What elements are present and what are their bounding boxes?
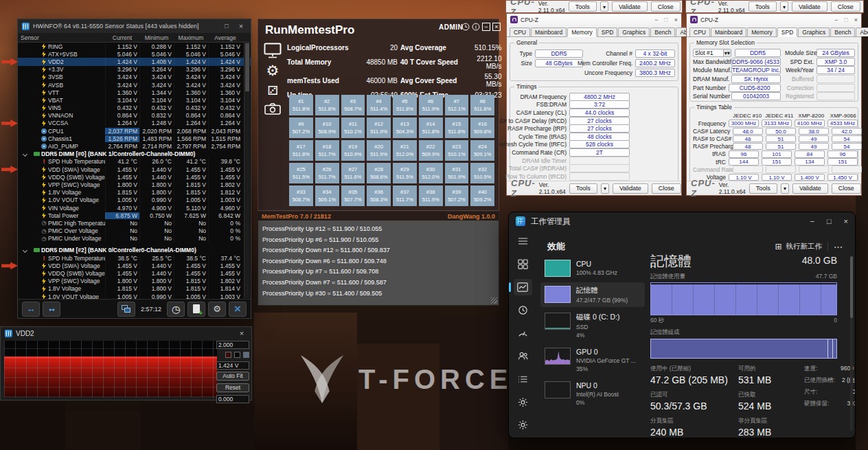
close-button[interactable]: Close <box>832 183 861 194</box>
cpuz-tab[interactable]: Mainboard <box>711 27 746 36</box>
close-button[interactable]: Close <box>651 1 681 12</box>
memtest-instance-tile[interactable]: #35 507.7% <box>341 185 365 206</box>
sidebar-item-app-history[interactable] <box>514 302 532 318</box>
sidebar-item-users[interactable] <box>514 348 532 364</box>
memtest-instance-tile[interactable]: #4 511.4% <box>367 95 391 115</box>
sensor-row[interactable]: 3VSB 3.424 V 3.424 V 3.424 V 3.424 V <box>18 74 251 81</box>
resize-grip[interactable] <box>491 297 497 304</box>
column-current[interactable]: Current <box>105 34 139 41</box>
settings-button[interactable] <box>514 417 532 434</box>
reset-button[interactable]: Reset <box>216 383 249 392</box>
tools-button[interactable]: Tools <box>749 1 777 12</box>
close-button[interactable]: × <box>854 16 858 23</box>
memtest-instance-tile[interactable]: #10 508.9% <box>315 117 339 138</box>
camera-icon[interactable] <box>264 103 281 115</box>
memtest-instance-tile[interactable]: #13 504.3% <box>393 117 417 138</box>
sidebar-item-details[interactable] <box>514 371 532 387</box>
memtest-instance-tile[interactable]: #6 511.9% <box>419 95 443 115</box>
sensor-row[interactable]: VBAT 3.104 V 3.104 V 3.104 V 3.104 V <box>18 96 251 104</box>
monitor-icon[interactable] <box>264 43 282 58</box>
sensor-row[interactable]: VTT 1.360 V 1.344 V 1.360 V 1.360 V <box>18 89 251 96</box>
sensor-row[interactable]: PMIC Under Voltage No No No 0 % <box>18 235 251 243</box>
memtest-instance-tile[interactable]: #18 511.7% <box>315 140 339 161</box>
cpuz-tab[interactable]: Bench <box>830 27 855 36</box>
clock-button[interactable] <box>167 302 185 317</box>
memtest-instance-tile[interactable]: #3 508.7% <box>341 95 365 115</box>
cpuz-tab[interactable]: Graphics <box>798 27 830 36</box>
sensor-row[interactable]: 1.0V VOUT Voltage 1.005 V 0.990 V 1.005 … <box>18 196 251 204</box>
close-sensors-button[interactable] <box>229 302 247 317</box>
color-checkbox[interactable] <box>234 352 240 358</box>
close-button[interactable]: × <box>844 217 848 225</box>
cpuz-tab[interactable]: Memory <box>567 27 597 36</box>
tools-dropdown-button[interactable] <box>780 1 788 12</box>
scale-min-value[interactable]: 0.000 <box>216 395 249 403</box>
memtest-instance-tile[interactable]: #23 510.1% <box>445 140 469 161</box>
column-average[interactable]: Average <box>208 34 242 41</box>
sensor-row[interactable]: VDD2 1.424 V 1.408 V 1.424 V 1.424 V <box>18 58 251 65</box>
sensor-row[interactable]: RING 1.152 V 0.288 V 1.152 V 1.152 V <box>18 43 251 50</box>
memtest-instance-tile[interactable]: #19 510.9% <box>341 140 365 161</box>
memtest-instance-tile[interactable]: #15 511.8% <box>445 117 469 138</box>
menu-button[interactable] <box>514 233 532 249</box>
memtest-instance-tile[interactable]: #12 511.9% <box>367 117 391 138</box>
validate-button[interactable]: Validate <box>613 183 648 194</box>
sensor-row[interactable]: Total Power 6.875 W 0.750 W 7.625 W 6.84… <box>18 212 251 219</box>
cpuz-titlebar[interactable]: CPU-Z − □ × <box>507 14 681 25</box>
memtest-instance-tile[interactable]: #32 510.5% <box>470 163 494 183</box>
sensor-row[interactable]: DDR5 DIMM [#0] (BANK 1/Controller0-Chann… <box>18 150 251 158</box>
memtest-instance-tile[interactable]: #9 507.2% <box>289 117 313 138</box>
cpuz-tab[interactable]: Bench <box>650 27 675 36</box>
cpuz-tab[interactable]: Mainboard <box>531 27 567 36</box>
run-new-task-button[interactable]: 執行新工作 <box>775 242 822 251</box>
memtest-instance-tile[interactable]: #8 511.8% <box>470 95 494 115</box>
tools-button[interactable]: Tools <box>749 183 777 194</box>
remote-sensors-button[interactable] <box>117 302 135 317</box>
column-maximum[interactable]: Maximum <box>174 34 208 41</box>
sensor-row[interactable]: VDDQ (SWB) Voltage 1.455 V 1.440 V 1.455… <box>18 173 251 181</box>
close-button[interactable]: × <box>674 16 678 23</box>
tools-dropdown-button[interactable] <box>781 183 789 194</box>
memtest-instance-tile[interactable]: #25 511.5% <box>289 163 313 183</box>
maximize-button[interactable]: □ <box>827 217 832 225</box>
memtest-instance-tile[interactable]: #27 511.6% <box>341 163 365 183</box>
close-button[interactable]: × <box>492 23 501 31</box>
sensor-row[interactable]: SPD Hub Temperature 41.2 °C 26.0 °C 41.2… <box>18 158 251 166</box>
dice-icon[interactable]: ⚂ <box>267 83 278 98</box>
memtest-instance-tile[interactable]: #30 512.0% <box>419 163 443 183</box>
minimize-button[interactable]: − <box>482 23 490 31</box>
sensor-row[interactable]: VDD (SWA) Voltage 1.455 V 1.440 V 1.455 … <box>18 166 251 173</box>
tools-button[interactable]: Tools <box>569 183 597 194</box>
more-button[interactable] <box>834 240 843 253</box>
hwinfo-scrollbar[interactable] <box>244 43 250 298</box>
sensor-row[interactable]: VNNAON 0.864 V 0.832 V 0.864 V 0.864 V <box>18 112 251 120</box>
expand-columns-button[interactable] <box>22 302 40 317</box>
memtest-instance-tile[interactable]: #22 509.9% <box>419 140 443 161</box>
memtest-instance-tile[interactable]: #33 508.7% <box>289 185 313 206</box>
cpuz-titlebar[interactable]: CPU-Z − □ × <box>687 14 861 25</box>
maximize-button[interactable] <box>221 23 232 30</box>
memtest-instance-tile[interactable]: #16 509.8% <box>470 117 494 138</box>
sensor-row[interactable]: PMIC High Temperature No No No 0 % <box>18 219 251 227</box>
tools-dropdown-button[interactable] <box>601 183 609 194</box>
sensor-row[interactable]: AIO_PUMP 2,764 RPM 2,714 RPM 2,797 RPM 2… <box>18 142 251 150</box>
cpuz-tab[interactable]: Graphics <box>618 27 650 36</box>
info-button[interactable] <box>472 23 480 31</box>
vdd2-titlebar[interactable]: VDD2 <box>1 327 251 339</box>
sensor-row[interactable]: SPD Hub Temperature 38.5 °C 25.5 °C 38.5… <box>18 254 251 262</box>
sensor-row[interactable]: PMIC Over Voltage No No No 0 % <box>18 227 251 235</box>
performance-tile[interactable]: NPU 0 Intel(R) AI Boost 0% <box>540 378 645 409</box>
sensor-row[interactable]: VDDQ (SWB) Voltage 1.455 V 1.440 V 1.455… <box>18 269 251 277</box>
close-button[interactable]: Close <box>652 183 681 194</box>
memtest-instance-tile[interactable]: #40 509.2% <box>470 185 494 206</box>
memory-composition-bar[interactable] <box>650 339 837 359</box>
memtest-instance-tile[interactable]: #29 511.5% <box>393 163 417 183</box>
gear-icon[interactable]: ⚙ <box>266 63 279 78</box>
sensor-row[interactable]: 1.8V Voltage 1.815 V 1.800 V 1.815 V 1.8… <box>18 285 251 293</box>
cpuz-tab[interactable]: SPD <box>597 27 617 36</box>
memtest-instance-tile[interactable]: #38 511.9% <box>419 185 443 206</box>
memtest-instance-tile[interactable]: #28 508.6% <box>367 163 391 183</box>
sidebar-item-services[interactable] <box>514 394 532 410</box>
memtest-instance-tile[interactable]: #17 511.8% <box>289 140 313 161</box>
sensor-row[interactable]: VPP (SWC) Voltage 1.800 V 1.800 V 1.815 … <box>18 278 251 285</box>
